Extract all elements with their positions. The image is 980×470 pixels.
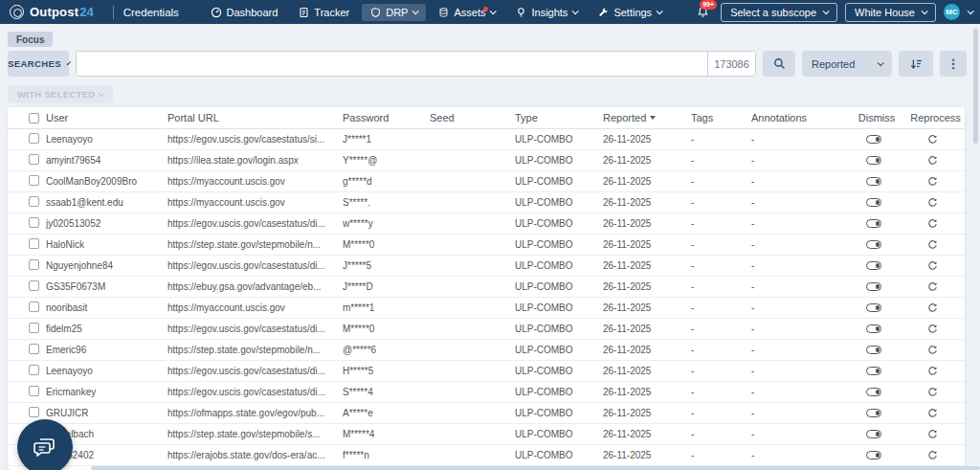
nav-item-dashboard[interactable]: Dashboard [202, 4, 287, 21]
notifications-button[interactable]: 99+ [693, 4, 713, 20]
table-row[interactable]: HaloNick https://step.state.gov/stepmobi… [8, 235, 965, 256]
table-row[interactable]: Leenayoyo https://egov.uscis.gov/casesta… [8, 361, 965, 382]
dismiss-toggle-icon[interactable] [866, 135, 881, 144]
reprocess-icon[interactable] [927, 197, 938, 208]
reprocess-icon[interactable] [927, 134, 938, 145]
dismiss-toggle-icon[interactable] [866, 240, 881, 249]
row-checkbox[interactable] [29, 196, 39, 207]
dismiss-toggle-icon[interactable] [866, 325, 881, 333]
row-checkbox[interactable] [29, 344, 39, 354]
reprocess-icon[interactable] [927, 429, 938, 439]
row-checkbox[interactable] [29, 133, 39, 144]
reprocess-icon[interactable] [927, 366, 938, 376]
reprocess-icon[interactable] [927, 450, 938, 460]
search-button[interactable] [763, 51, 795, 77]
more-options-button[interactable]: ⋮ [940, 51, 967, 77]
reprocess-icon[interactable] [927, 260, 938, 271]
reprocess-icon[interactable] [927, 176, 938, 187]
reprocess-icon[interactable] [927, 155, 938, 166]
table-row[interactable]: GS35F0673M https://ebuy.gsa.gov/advantag… [8, 277, 965, 298]
dismiss-toggle-icon[interactable] [866, 388, 881, 396]
column-header-annotations[interactable]: Annotations [751, 112, 847, 123]
nav-item-settings[interactable]: Settings [590, 4, 670, 21]
sort-field-dropdown[interactable]: Reported [802, 51, 892, 77]
dismiss-toggle-icon[interactable] [866, 367, 881, 375]
table-row[interactable]: CoolManBoy2009Bro https://myaccount.usci… [8, 171, 965, 192]
dismiss-toggle-icon[interactable] [866, 409, 881, 417]
reprocess-icon[interactable] [927, 387, 938, 397]
dismiss-toggle-icon[interactable] [866, 282, 881, 291]
select-all-checkbox[interactable] [29, 113, 39, 123]
row-checkbox[interactable] [29, 386, 39, 396]
brand-logo-group[interactable]: Outpost 24 [0, 5, 103, 19]
table-row[interactable]: fidelm25 https://egov.uscis.gov/casestat… [8, 319, 965, 340]
table-row[interactable]: Leenayoyo https://egov.uscis.gov/casesta… [8, 129, 965, 150]
table-body: Leenayoyo https://egov.uscis.gov/casesta… [8, 129, 965, 466]
column-header-reprocess[interactable]: Reprocess [906, 112, 965, 123]
dismiss-toggle-icon[interactable] [866, 219, 881, 228]
dismiss-toggle-icon[interactable] [866, 177, 881, 186]
reprocess-icon[interactable] [927, 239, 938, 250]
row-checkbox[interactable] [29, 217, 39, 228]
table-row[interactable]: Emeric96 https://step.state.gov/stepmobi… [8, 340, 965, 361]
reprocess-icon[interactable] [927, 218, 938, 229]
searches-dropdown-button[interactable]: SEARCHES [8, 51, 69, 77]
dismiss-toggle-icon[interactable] [866, 261, 881, 270]
row-checkbox[interactable] [29, 259, 39, 270]
sort-direction-button[interactable] [899, 51, 933, 77]
vertical-scrollbar[interactable] [973, 29, 978, 144]
chevron-down-icon [922, 8, 928, 14]
column-header-tags[interactable]: Tags [691, 112, 751, 123]
with-selected-button[interactable]: WITH SELECTED [8, 85, 113, 103]
column-header-password[interactable]: Password [343, 112, 430, 123]
row-checkbox[interactable] [29, 238, 39, 249]
user-avatar[interactable]: MC [944, 4, 960, 20]
column-header-reported[interactable]: Reported [603, 112, 691, 123]
user-menu-chevron-icon[interactable] [968, 8, 974, 14]
row-checkbox[interactable] [29, 365, 39, 375]
row-checkbox[interactable] [29, 323, 39, 333]
nav-item-drp[interactable]: DRP [362, 4, 426, 21]
dismiss-toggle-icon[interactable] [866, 430, 881, 438]
dismiss-toggle-icon[interactable] [866, 346, 881, 354]
search-toolbar: SEARCHES 173086 Reported ⋮ [8, 51, 967, 77]
nav-item-assets[interactable]: Assets [430, 4, 503, 21]
support-chat-button[interactable] [17, 419, 73, 470]
row-checkbox[interactable] [29, 175, 39, 186]
reprocess-icon[interactable] [927, 408, 938, 418]
search-input[interactable] [77, 52, 707, 76]
table-row[interactable]: GRUJICR https://ofmapps.state.gov/egov/p… [8, 403, 965, 424]
horizontal-scrollbar[interactable] [91, 466, 980, 470]
cell-dismiss [847, 219, 906, 228]
table-row[interactable]: Ericmankey https://egov.uscis.gov/casest… [8, 382, 965, 403]
nav-item-tracker[interactable]: Tracker [290, 4, 358, 21]
column-header-dismiss[interactable]: Dismiss [847, 112, 906, 123]
row-checkbox[interactable] [29, 280, 39, 291]
chevron-down-icon [66, 60, 71, 65]
dismiss-toggle-icon[interactable] [866, 303, 881, 312]
column-header-type[interactable]: Type [515, 112, 603, 123]
row-checkbox[interactable] [29, 407, 39, 417]
column-header-portal-url[interactable]: Portal URL [167, 112, 343, 123]
reprocess-icon[interactable] [927, 281, 938, 292]
table-row[interactable]: Nguyenjohne84 https://egov.uscis.gov/cas… [8, 256, 965, 277]
table-row[interactable]: amyint79654 https://ilea.state.gov/login… [8, 150, 965, 171]
subscope-dropdown[interactable]: Select a subscope [721, 3, 837, 22]
scope-dropdown[interactable]: White House [845, 3, 936, 22]
reprocess-icon[interactable] [927, 345, 938, 355]
column-header-seed[interactable]: Seed [430, 112, 515, 123]
table-row[interactable]: nooribasit https://myaccount.uscis.gov m… [8, 298, 965, 319]
row-checkbox[interactable] [29, 154, 39, 165]
row-checkbox[interactable] [29, 302, 39, 312]
nav-item-insights[interactable]: Insights [507, 4, 586, 21]
dismiss-toggle-icon[interactable] [866, 198, 881, 207]
table-row[interactable]: jy020513052 https://egov.uscis.gov/cases… [8, 213, 965, 235]
reprocess-icon[interactable] [927, 302, 938, 313]
dismiss-toggle-icon[interactable] [866, 156, 881, 165]
column-header-user[interactable]: User [46, 112, 167, 123]
table-row[interactable]: Efogelbach https://step.state.gov/stepmo… [8, 424, 965, 445]
reprocess-icon[interactable] [927, 324, 938, 334]
table-row[interactable]: 069552402 https://erajobs.state.gov/dos-… [8, 445, 965, 466]
dismiss-toggle-icon[interactable] [866, 451, 881, 459]
table-row[interactable]: ssaab1@kent.edu https://myaccount.uscis.… [8, 192, 965, 213]
